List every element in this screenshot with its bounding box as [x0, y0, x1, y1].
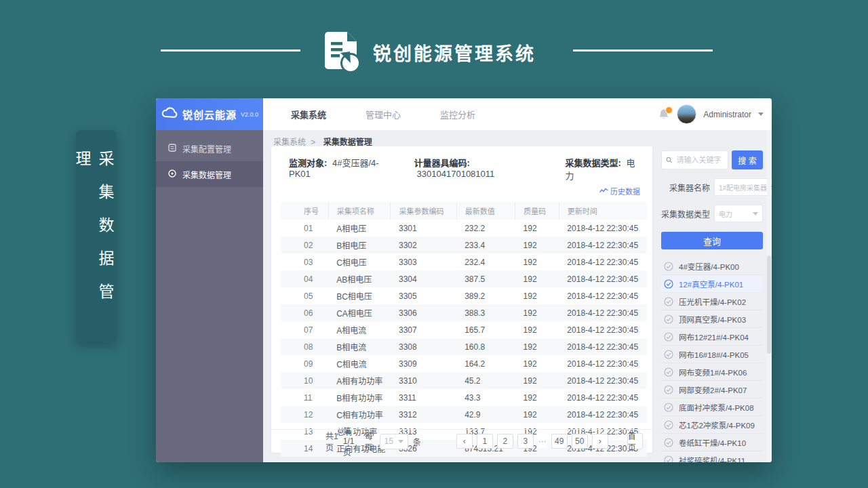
nav-tab-2[interactable]: 管理中心 [346, 108, 420, 121]
table-row[interactable]: 12C相有功功率331242.91922018-4-12 22:30:45 [281, 406, 647, 423]
device-list: 4#变压器/4-PK0012#真空泵/4-PK01压光机干燥/4-PK02顶网真… [661, 258, 763, 462]
table-cell: 43.3 [456, 389, 515, 406]
table-cell: 2018-4-12 22:30:45 [559, 237, 647, 253]
current-page: 第1/1页 [343, 425, 360, 458]
check-circle-icon [664, 262, 673, 271]
monitor-object: 监测对象: 4#变压器/4-PK01 [289, 156, 395, 179]
search-box[interactable] [661, 150, 728, 169]
search-input[interactable] [675, 155, 725, 165]
search-button[interactable]: 搜 索 [732, 150, 763, 169]
table-cell: 2018-4-12 22:30:45 [559, 287, 647, 304]
data-panel: 监测对象: 4#变压器/4-PK01 计量器具编码: 3301041701081… [271, 146, 652, 453]
device-item-10[interactable]: 芯1芯2冲浆泵/4-PK09 [661, 416, 763, 434]
table-row[interactable]: 04AB相电压3304387.51922018-4-12 22:30:45 [281, 270, 647, 287]
device-item-2[interactable]: 12#真空泵/4-PK01 [661, 275, 763, 293]
device-item-1[interactable]: 4#变压器/4-PK00 [661, 258, 763, 275]
device-label: 网布变频1#/4-PK06 [679, 367, 747, 378]
collector-row: 采集器名称 1#配电房采集器 [661, 178, 763, 196]
device-item-5[interactable]: 网布12#21#/4-PK04 [661, 328, 763, 346]
page-button-50[interactable]: 50 [572, 434, 588, 449]
app-logo[interactable]: 锐创云能源 V2.0.0 [156, 98, 263, 130]
device-item-6[interactable]: 网布16#18#/4-PK05 [661, 346, 763, 363]
sidebar-item-2[interactable]: 采集数据管理 [156, 161, 263, 187]
table-row[interactable]: 07A相电流3307165.71922018-4-12 22:30:45 [281, 321, 647, 338]
device-item-8[interactable]: 网部变频2#/4-PK07 [661, 381, 763, 399]
per-page-value: 15 [384, 436, 393, 446]
bell-icon[interactable] [658, 108, 670, 121]
breadcrumb-separator: > [311, 138, 315, 147]
check-circle-icon [664, 279, 673, 289]
user-name[interactable]: Administrator [703, 110, 751, 119]
page-button-1[interactable]: 1 [477, 434, 493, 449]
table-cell: 192 [515, 338, 559, 355]
chevron-down-icon[interactable] [758, 113, 764, 116]
collector-label: 采集器名称 [661, 182, 710, 193]
table-cell: 2018-4-12 22:30:45 [559, 304, 647, 321]
device-item-12[interactable]: 衬浆碎浆机/4-PK11 [661, 451, 763, 462]
table-cell: 192 [515, 220, 559, 237]
device-item-9[interactable]: 底面衬冲浆泵/4-PK08 [661, 399, 763, 416]
page-button-3[interactable]: 3 [517, 434, 534, 449]
per-page-select[interactable]: 15 [380, 434, 408, 449]
app-logo-name: 锐创云能源 [182, 107, 237, 121]
monitor-object-label: 监测对象: [289, 158, 327, 168]
table-cell: 3305 [391, 287, 456, 304]
prev-page-button[interactable]: ‹ [456, 434, 473, 449]
scrollbar-thumb[interactable] [767, 256, 771, 354]
table-cell: 389.2 [456, 287, 515, 304]
check-circle-icon [664, 403, 673, 412]
pagination-bar: 共1页 第1/1页 每页 15 条 ‹123···4950› 首页 [271, 429, 652, 453]
table-cell: 192 [515, 253, 559, 270]
table-row[interactable]: 02B相电压3302233.41922018-4-12 22:30:45 [281, 237, 647, 253]
next-page-button[interactable]: › [592, 434, 608, 449]
table-cell: 232.2 [456, 220, 515, 237]
table-row[interactable]: 10A相有功功率331045.21922018-4-12 22:30:45 [281, 372, 647, 389]
table-row[interactable]: 01A相电压3301232.21922018-4-12 22:30:45 [281, 220, 647, 237]
check-circle-icon [664, 367, 673, 377]
collector-select[interactable]: 1#配电房采集器 [714, 178, 772, 196]
table-row[interactable]: 06CA相电压3306388.31922018-4-12 22:30:45 [281, 304, 647, 321]
top-nav: 采集系统管理中心监控分析 [271, 98, 495, 130]
device-item-7[interactable]: 网布变频1#/4-PK06 [661, 363, 763, 381]
history-row: 历史数据 [271, 184, 652, 197]
query-button[interactable]: 查询 [661, 232, 763, 249]
home-page-button[interactable]: 首页 [627, 433, 643, 449]
table-cell: 192 [515, 355, 559, 372]
table-cell: 3306 [391, 304, 456, 321]
table-row[interactable]: 11B相有功功率331143.31922018-4-12 22:30:45 [281, 389, 647, 406]
table-row[interactable]: 05BC相电压3305389.21922018-4-12 22:30:45 [281, 287, 647, 304]
table-row[interactable]: 09C相电流3309164.21922018-4-12 22:30:45 [281, 355, 647, 372]
table-row[interactable]: 08B相电流3308160.81922018-4-12 22:30:45 [281, 338, 647, 355]
table-cell: B相有功功率 [328, 389, 391, 406]
header-right-line [573, 49, 713, 52]
breadcrumb-parent[interactable]: 采集系统 [273, 138, 306, 147]
device-item-3[interactable]: 压光机干燥/4-PK02 [661, 293, 763, 310]
device-label: 压光机干燥/4-PK02 [679, 296, 746, 307]
device-item-11[interactable]: 卷纸缸干燥/4-PK10 [661, 434, 763, 451]
datatype-select[interactable]: 电力 [714, 205, 763, 222]
table-cell: 12 [281, 406, 328, 423]
table-cell: 42.9 [456, 406, 515, 423]
section-tab-card[interactable]: 采集数据管理 [76, 130, 117, 342]
breadcrumb-current: 采集数据管理 [323, 138, 372, 147]
table-row[interactable]: 03C相电压3303232.41922018-4-12 22:30:45 [281, 253, 647, 270]
page-button-49[interactable]: 49 [551, 434, 568, 449]
table-cell: C相电压 [328, 253, 391, 270]
device-item-4[interactable]: 顶网真空泵/4-PK03 [661, 310, 763, 328]
page-button-2[interactable]: 2 [497, 434, 513, 449]
sidebar-item-1[interactable]: 采集配置管理 [156, 136, 263, 161]
avatar[interactable] [677, 104, 696, 124]
nav-tab-3[interactable]: 监控分析 [420, 108, 495, 121]
check-circle-icon [664, 332, 673, 342]
check-circle-icon [664, 455, 673, 463]
scrollbar[interactable] [767, 130, 771, 462]
table-cell: 3304 [391, 270, 456, 287]
nav-tab-1[interactable]: 采集系统 [271, 108, 346, 121]
table-cell: CA相电压 [328, 304, 391, 321]
datatype-label: 采集数据类型 [661, 208, 710, 220]
check-circle-icon [664, 314, 673, 324]
history-data-link[interactable]: 历史数据 [599, 186, 640, 197]
table-cell: B相电压 [328, 237, 391, 253]
monitor-info-row: 监测对象: 4#变压器/4-PK01 计量器具编码: 3301041701081… [271, 146, 652, 182]
table-cell: 03 [281, 253, 328, 270]
